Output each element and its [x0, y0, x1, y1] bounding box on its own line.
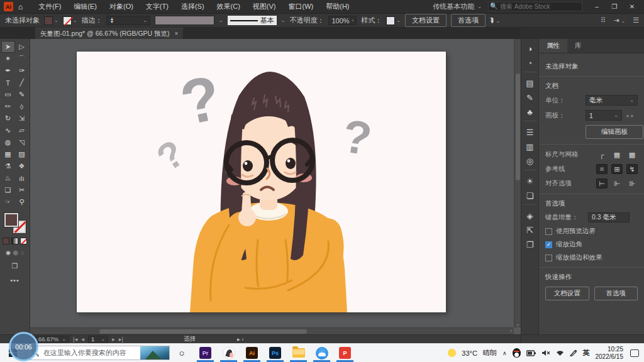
menu-item-3[interactable]: 文字(T) — [140, 1, 174, 13]
artboard-select[interactable]: 1⌄ — [586, 110, 622, 121]
stroke-color-swatch[interactable] — [63, 16, 72, 25]
line-segment-tool[interactable]: ╱ — [15, 77, 29, 89]
tab-libraries[interactable]: 库 — [567, 39, 589, 53]
opacity-field[interactable]: 100%› — [328, 16, 357, 25]
first-artboard-icon[interactable]: |◂ — [73, 336, 77, 343]
scale-strokes-row[interactable]: 缩放描边和效果 — [545, 253, 638, 262]
curvature-tool[interactable]: ✑ — [15, 65, 29, 77]
minimize-button[interactable]: – — [589, 2, 605, 11]
eraser-tool[interactable]: ◊ — [15, 101, 29, 112]
width-profile-dropdown[interactable] — [155, 16, 214, 25]
illustrator-taskbar-icon[interactable]: Ai — [240, 344, 264, 362]
show-grid-icon[interactable]: ▦ — [611, 150, 623, 160]
document-tab[interactable]: 矢量图-01.png* @ 66.67% (RGB/GPU 预览) × — [35, 28, 183, 39]
last-artboard-icon[interactable]: ▸| — [119, 336, 123, 343]
clock[interactable]: 10:25 2022/6/15 — [596, 346, 624, 360]
hidden-icons-chevron[interactable]: ∧ — [502, 350, 507, 356]
scroll-right-icon[interactable]: › — [510, 328, 512, 334]
pencil-tool[interactable]: ✏ — [1, 101, 15, 112]
cursor-options-icon[interactable]: ⮯ ⌄ — [490, 16, 500, 25]
vertical-scroll-thumb[interactable] — [516, 74, 520, 180]
direct-selection-tool[interactable]: ▷ — [15, 41, 29, 53]
gradient-panel-icon[interactable]: ▥ — [523, 140, 537, 154]
menu-item-1[interactable]: 编辑(E) — [68, 1, 103, 13]
edit-toolbar-button[interactable]: ••• — [10, 277, 19, 284]
mesh-tool[interactable]: ▦ — [1, 148, 15, 160]
export-panel-icon[interactable]: ⇱ — [523, 223, 537, 238]
task-view-button[interactable]: ○ — [170, 344, 194, 362]
show-rulers-icon[interactable]: ┌ — [596, 150, 608, 160]
battery-icon[interactable] — [526, 350, 536, 356]
horizontal-scroll-thumb[interactable] — [99, 329, 307, 334]
use-preview-bounds-row[interactable]: 使用预览边界 — [545, 227, 638, 236]
style-swatch[interactable] — [386, 16, 395, 25]
pen-tool[interactable]: ✒ — [1, 65, 15, 77]
brushes-panel-icon[interactable]: ✎ — [523, 90, 537, 105]
color-panel-icon[interactable]: ◑ — [523, 41, 537, 56]
zoom-level-select[interactable]: 66.67%⌄ — [35, 336, 69, 343]
tab-close-icon[interactable]: × — [175, 30, 179, 37]
action-center-icon[interactable] — [630, 349, 639, 357]
menu-item-5[interactable]: 效果(C) — [211, 1, 246, 13]
lock-guides-icon[interactable]: ⊞ — [611, 164, 623, 174]
tab-properties[interactable]: 属性 — [539, 39, 567, 53]
preferences-button[interactable]: 首选项 — [451, 14, 486, 27]
file-explorer-taskbar-icon[interactable] — [287, 344, 310, 362]
transparency-panel-icon[interactable]: ◎ — [523, 154, 537, 168]
artboards-panel-icon[interactable]: ❐ — [523, 238, 537, 252]
smart-guides-icon[interactable]: ↯ — [626, 164, 638, 174]
search-highlight-thumbnail[interactable] — [140, 346, 169, 359]
vertical-scrollbar[interactable]: ⌄ — [514, 39, 521, 327]
swatches-panel-icon[interactable]: ▤ — [523, 76, 537, 90]
panel-menu-icon[interactable]: ☰ — [633, 16, 639, 25]
menu-item-6[interactable]: 视图(V) — [247, 1, 282, 13]
color-guide-panel-icon[interactable]: ◔ — [523, 56, 537, 70]
appearance-panel-icon[interactable]: ☀ — [523, 174, 537, 189]
prev-artboard-icon[interactable]: ◂ — [81, 336, 84, 343]
magic-wand-tool[interactable]: ✶ — [1, 53, 15, 65]
gradient-tool[interactable]: ▨ — [15, 148, 29, 160]
symbols-panel-icon[interactable]: ♣ — [523, 105, 537, 119]
use-preview-bounds-checkbox[interactable] — [545, 228, 552, 235]
snap-to-grid-icon[interactable]: ⊩ — [611, 178, 623, 189]
zoom-tool[interactable]: ⚲ — [15, 196, 29, 208]
rotate-tool[interactable]: ↻ — [1, 112, 15, 124]
edit-artboards-button[interactable]: 编辑画板 — [586, 125, 643, 139]
show-guides-icon[interactable]: ⌗ — [596, 164, 608, 174]
column-graph-tool[interactable]: ılı — [15, 172, 29, 184]
slice-tool[interactable]: ✂ — [15, 184, 29, 196]
browser-taskbar-icon[interactable] — [310, 344, 333, 362]
weather-desc[interactable]: 晴朗 — [483, 348, 497, 358]
document-setup-button[interactable]: 文档设置 — [405, 14, 447, 27]
artboard[interactable]: ? ? ? — [77, 52, 446, 312]
hand-tool[interactable]: ☞ — [1, 196, 15, 208]
symbol-sprayer-tool[interactable]: ♨ — [1, 172, 15, 184]
snap-to-pixel-icon[interactable]: ⊪ — [626, 178, 638, 189]
horizontal-scrollbar[interactable]: › — [30, 327, 514, 334]
status-menu-icon[interactable]: ▸ ‹ — [237, 336, 244, 343]
brush-definition-dropdown[interactable]: 基本 — [228, 16, 277, 25]
rectangle-tool[interactable]: ▭ — [1, 89, 15, 101]
type-tool[interactable]: T — [1, 77, 15, 89]
perspective-grid-tool[interactable]: ◹ — [15, 136, 29, 148]
volume-muted-icon[interactable] — [541, 349, 550, 356]
app-logo-icon[interactable]: Ai — [4, 2, 13, 11]
menu-item-2[interactable]: 对象(O) — [104, 1, 139, 13]
scroll-down-icon[interactable]: ⌄ — [516, 321, 520, 327]
snap-to-point-icon[interactable]: ⊢ — [596, 178, 608, 189]
restore-button[interactable]: ❐ — [606, 2, 623, 11]
color-button[interactable] — [3, 238, 9, 244]
artboard-tool[interactable]: ❏ — [1, 184, 15, 196]
quick-preferences-button[interactable]: 首选项 — [594, 287, 638, 300]
keyboard-increment-field[interactable]: 0.3 毫米 — [588, 212, 630, 222]
free-transform-tool[interactable]: ▱ — [15, 124, 29, 136]
none-button[interactable] — [20, 238, 27, 244]
adobe-stock-search-input[interactable] — [488, 2, 582, 11]
menu-item-4[interactable]: 选择(S) — [175, 1, 210, 13]
drawing-mode-0-icon[interactable]: ◉ — [6, 250, 11, 256]
lasso-tool[interactable]: ⌒ — [15, 53, 29, 65]
menu-item-8[interactable]: 帮助(H) — [320, 1, 355, 13]
scale-corners-checkbox[interactable]: ✓ — [545, 241, 552, 248]
photoshop-taskbar-icon[interactable]: Ps — [264, 344, 287, 362]
fill-proxy-swatch[interactable] — [4, 213, 18, 227]
